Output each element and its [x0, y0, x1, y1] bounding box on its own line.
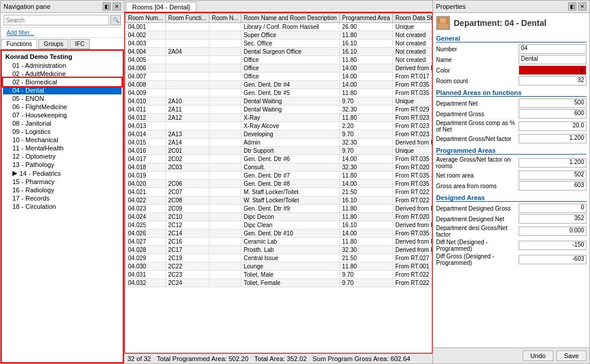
table-row[interactable]: 04.0162C01Dtr Support9.70UniqueUnique — [126, 147, 432, 155]
dept-title: Department: 04 - Dental — [454, 18, 546, 28]
prop-close-icon[interactable]: ✕ — [578, 2, 586, 11]
tree-item-05[interactable]: 05 - ENON — [3, 94, 122, 103]
table-row[interactable]: 04.0262C14Gen. Dent. Dtr #1014.00From RT… — [126, 229, 432, 238]
search-input[interactable] — [4, 15, 109, 25]
col-room-n: Room Functi... — [165, 14, 209, 23]
prop-content: Department: 04 - Dental General Number 0… — [433, 13, 589, 347]
status-bar: 32 of 32 Total Programmed Area: 502.20 T… — [124, 353, 432, 363]
tree-area: Konrad Demo Testing 01 - Administration … — [2, 51, 123, 362]
prop-name-value[interactable]: Dental — [519, 55, 586, 64]
tree-expand-icon[interactable]: ▶ — [12, 169, 17, 177]
prop-dept-net-value[interactable]: 500 — [519, 99, 586, 108]
tree-item-16[interactable]: 16 - Radiology — [3, 186, 122, 194]
tree-item-10[interactable]: 10 - Mechanical — [3, 136, 122, 144]
tree-item-04[interactable]: 04 - Dental — [3, 86, 122, 94]
prop-header: Properties ◧ ✕ — [433, 1, 589, 13]
prop-gross-net-factor-value[interactable]: 1.200 — [519, 134, 586, 143]
prop-color-swatch[interactable]: ▼ — [519, 65, 586, 75]
table-row[interactable]: 04.019Gen. Dent. Dtr #711.80From RT.035D… — [126, 172, 432, 180]
undo-button[interactable]: Undo — [523, 350, 553, 361]
table-row[interactable]: 04.008Gen. Dent. Dtr #414.00From RT.035F… — [126, 81, 432, 89]
add-filter-link[interactable]: Add filter... — [4, 28, 37, 37]
prop-dept-gross: Department Gross 600 — [436, 109, 586, 119]
tree-item-01[interactable]: 01 - Administration — [3, 61, 122, 70]
table-row[interactable]: 04.0312C23Toliet, Male9.70From RT.022Fro… — [126, 271, 432, 279]
tree-item-02b[interactable]: 02 - Biomedical — [3, 78, 122, 86]
tab-functions[interactable]: Functions — [1, 39, 37, 49]
table-row[interactable]: 04.0232C09Gen. Dent. Dtr #911.80Derived … — [126, 205, 432, 213]
table-row[interactable]: 04.0282C17Prosth. Lab32.30Derived from R… — [126, 246, 432, 254]
tree-item-08[interactable]: 08 - Janitorial — [3, 119, 122, 127]
tree-item-09[interactable]: 09 - Logistics — [3, 127, 122, 136]
table-row[interactable]: 04.0102A10Dental Waiting9.70UniqueUnique — [126, 97, 432, 106]
rooms-table-container[interactable]: Room Num... Room Functi... Room N... Roo… — [125, 13, 432, 353]
nav-pane-close-icon[interactable]: ✕ — [113, 2, 121, 11]
table-row[interactable]: 04.0292C19Central Issue21.50From RT.027N… — [126, 254, 432, 263]
search-button[interactable]: 🔍 — [110, 15, 121, 25]
table-row[interactable]: 04.0112A11Dental Waiting32.30From RT.029… — [126, 106, 432, 114]
table-row[interactable]: 04.0182C03Consult.32.30From RT.020Unique — [126, 163, 432, 172]
nav-pane-title: Navigation pane — [4, 3, 51, 10]
tree-item-02a[interactable]: 02 - AdultMedicine — [3, 70, 122, 78]
prop-number-value[interactable]: 04 — [519, 44, 586, 54]
section-general: General — [436, 35, 586, 42]
tree-item-17[interactable]: 17 - Records — [3, 194, 122, 202]
table-row[interactable]: 04.0252C12Dipc Clean16.10Derived from RT… — [126, 221, 432, 229]
table-row[interactable]: 04.0272C16Ceramic Lab11.80Derived from R… — [126, 238, 432, 246]
table-row[interactable]: 04.002Super Office11.80Not createdNot cr… — [126, 31, 432, 40]
nav-pane-float-icon[interactable]: ◧ — [103, 2, 111, 11]
col-room-num: Room Num... — [126, 14, 166, 23]
tree-item-18[interactable]: 18 - Circulation — [3, 202, 122, 211]
prop-net-room: Net room area 502 — [436, 170, 586, 180]
table-row[interactable]: 04.0222C08W. Staff Locker/Toilet16.10Fro… — [126, 196, 432, 205]
tab-groups[interactable]: Groups — [38, 39, 68, 49]
table-row[interactable]: 04.0042A04Dental Surgeon Office16.10Not … — [126, 48, 432, 56]
table-row[interactable]: 04.0242C10Dipc Decon11.80From RT.020Uniq… — [126, 213, 432, 221]
section-planned: Planned Areas on functions — [436, 89, 586, 97]
tree-item-12[interactable]: 12 - Optometry — [3, 152, 122, 160]
tree-item-06[interactable]: 06 - FlightMedicine — [3, 103, 122, 111]
tree-item-15[interactable]: 15 - Pharmacy — [3, 178, 122, 186]
prop-dept-gross-value[interactable]: 600 — [519, 109, 586, 119]
table-row[interactable]: 04.0142A13Developing9.70From RT.023Uniqu… — [126, 130, 432, 139]
prop-number-label: Number — [436, 46, 519, 53]
section-programmed: Programmed Areas — [436, 147, 586, 155]
prop-designed-gross-value: 0 — [519, 204, 586, 213]
table-row[interactable]: 04.0302C22Lounge11.80From RT.001Unique — [126, 263, 432, 271]
tree-item-11[interactable]: 11 - MentalHealth — [3, 144, 122, 152]
tree-item-07[interactable]: 07 - Housekeeping — [3, 111, 122, 119]
col-room-name: Room Name and Room Description — [241, 14, 339, 23]
table-row[interactable]: 04.001Library / Conf. Room Hassell26.90U… — [126, 23, 432, 31]
save-button[interactable]: Save — [556, 350, 586, 361]
dept-icon — [436, 16, 450, 30]
table-row[interactable]: 04.007Office14.00From RT.017Not created — [126, 73, 432, 81]
prop-designed-gross: Department Designed Gross 0 — [436, 204, 586, 213]
tab-ifc[interactable]: IFC — [70, 39, 90, 49]
table-row[interactable]: 04.0172C02Gen. Dent. Dtr #614.00From RT.… — [126, 155, 432, 163]
table-row[interactable]: 04.0152A14Admin32.30Derived from RT.017U… — [126, 139, 432, 147]
prop-diff-gross-value: -603 — [519, 255, 586, 264]
tree-item-14[interactable]: ▶ 14 - Pediatrics — [3, 169, 122, 178]
table-row[interactable]: 04.009Gen. Dent. Dtr #511.80From RT.035F… — [126, 89, 432, 97]
prop-gross-pct-value[interactable]: 20.0 — [519, 122, 586, 131]
doc-tab-dental[interactable]: Rooms [04 - Dental] — [126, 2, 196, 12]
table-row[interactable]: 04.0212C07M. Staff Locker/Toilet21.50Fro… — [126, 188, 432, 196]
prop-room-count: Room count 32 — [436, 76, 586, 86]
prop-diff-gross: Diff Gross (Designed - Programmed) -603 — [436, 253, 586, 266]
color-dropdown-icon[interactable]: ▼ — [579, 68, 584, 73]
prop-avg-gross-value: 1.200 — [519, 158, 586, 168]
table-row[interactable]: 04.006Office14.00Derived from RT.017Not … — [126, 64, 432, 73]
tree-item-13[interactable]: 13 - Pathology — [3, 160, 122, 169]
table-row[interactable]: 04.0122A12X-Ray11.80From RT.023Unique — [126, 114, 432, 122]
prop-name-label: Name — [436, 57, 519, 63]
prop-desi-factor-label: Department desi Gross/Net factor — [436, 225, 519, 238]
prop-room-count-value: 32 — [519, 76, 586, 86]
prop-designed-net: Department Designed Net 352 — [436, 214, 586, 224]
table-row[interactable]: 04.0322C24Toliet, Female9.70From RT.022F… — [126, 279, 432, 287]
table-row[interactable]: 04.003Sec. Office16.10Not createdNot cre… — [126, 40, 432, 48]
table-row[interactable]: 04.0202C06Gen. Dent. Dtr #814.00From RT.… — [126, 180, 432, 188]
row-count: 32 of 32 — [127, 355, 151, 362]
table-row[interactable]: 04.005Office11.80Not createdNot created — [126, 56, 432, 64]
table-row[interactable]: 04.013X-Ray Alcove2.20From RT.023Not cre… — [126, 122, 432, 130]
prop-float-icon[interactable]: ◧ — [568, 2, 576, 11]
